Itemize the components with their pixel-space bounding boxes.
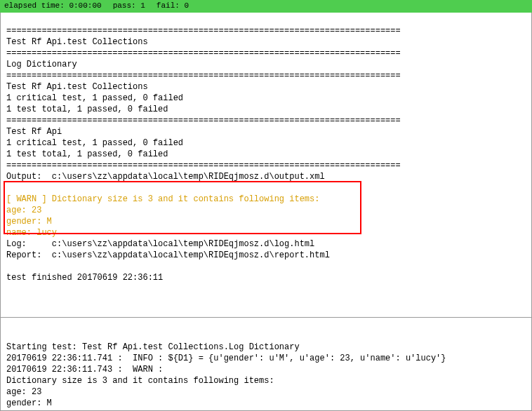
separator: ========================================… (6, 161, 401, 170)
dict-item-name: name: lucy (6, 228, 57, 238)
warn-message: [ WARN ] Dictionary size is 3 and it con… (6, 194, 319, 204)
report-path: Report: c:\users\zz\appdata\local\temp\R… (6, 250, 330, 260)
status-header: elapsed time: 0:00:00 pass: 1 fail: 0 (0, 0, 532, 13)
dict-item-age: age: 23 (6, 206, 41, 215)
separator: ========================================… (6, 48, 401, 58)
total-summary: 1 test total, 1 passed, 0 failed (6, 105, 168, 114)
fail-count: fail: 0 (157, 1, 189, 11)
separator: ========================================… (6, 116, 401, 126)
elapsed-time: elapsed time: 0:00:00 (4, 1, 102, 11)
message-log-pane[interactable]: Starting test: Test Rf Api.test Collecti… (0, 318, 532, 411)
suite-name: Test Rf Api.test Collections (6, 37, 148, 47)
total-summary: 1 test total, 1 passed, 0 failed (6, 149, 168, 159)
dict-item-gender: gender: M (6, 398, 52, 408)
info-log-line: 20170619 22:36:11.741 : INFO : ${D1} = {… (6, 353, 446, 363)
critical-summary: 1 critical test, 1 passed, 0 failed (6, 93, 183, 103)
log-path: Log: c:\users\zz\appdata\local\temp\RIDE… (6, 239, 314, 249)
separator: ========================================… (6, 26, 401, 36)
separator: ========================================… (6, 71, 401, 81)
suite-name: Test Rf Api.test Collections (6, 82, 148, 92)
pass-count: pass: 1 (113, 1, 145, 11)
critical-summary: 1 critical test, 1 passed, 0 failed (6, 138, 183, 148)
dict-size-line: Dictionary size is 3 and it contains fol… (6, 376, 274, 386)
dict-item-age: age: 23 (6, 387, 41, 397)
test-case-name: Log Dictionary (6, 60, 77, 69)
output-path: Output: c:\users\zz\appdata\local\temp\R… (6, 172, 325, 182)
finished-message: test finished 20170619 22:36:11 (6, 273, 163, 283)
warn-log-line: 20170619 22:36:11.743 : WARN : (6, 365, 163, 375)
annotation-highlight-box (4, 181, 361, 234)
suite-name: Test Rf Api (6, 127, 62, 137)
dict-item-gender: gender: M (6, 217, 52, 227)
output-log-pane[interactable]: ========================================… (0, 13, 532, 318)
starting-test: Starting test: Test Rf Api.test Collecti… (6, 342, 300, 352)
